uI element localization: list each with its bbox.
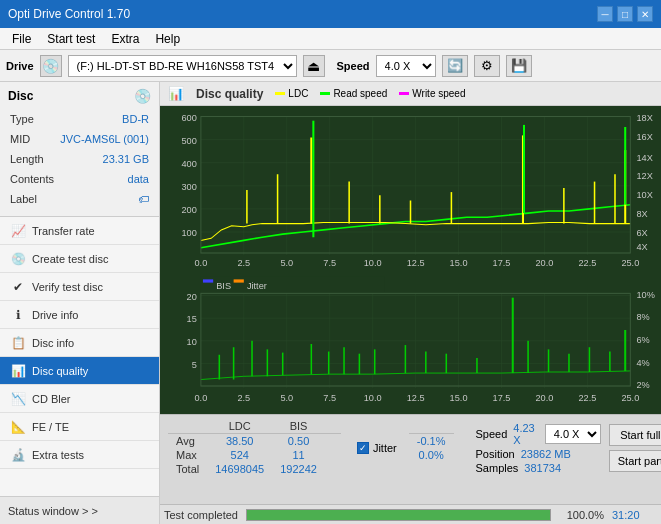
menu-extra[interactable]: Extra [103,30,147,48]
jitter-checkbox[interactable]: ✓ [357,442,369,454]
position-row: Position 23862 MB [476,448,601,460]
sidebar-item-disc-quality[interactable]: 📊 Disc quality [0,357,159,385]
drive-select[interactable]: (F:) HL-DT-ST BD-RE WH16NS58 TST4 [68,55,297,77]
type-label: Type [10,110,55,128]
transfer-rate-label: Transfer rate [32,225,95,237]
eject-button[interactable]: ⏏ [303,55,325,77]
jitter-avg-row: -0.1% [409,434,454,449]
stats-row: LDC BIS Avg 38.50 0.50 Max [168,419,653,476]
sidebar-item-verify-test-disc[interactable]: ✔ Verify test disc [0,273,159,301]
settings-button[interactable]: ⚙ [474,55,500,77]
ldc-color [275,92,285,95]
col-header-bis: BIS [272,419,325,434]
svg-text:500: 500 [181,136,196,146]
max-bis: 11 [272,448,325,462]
jitter-max-val: 0.0% [409,448,454,462]
window-controls: ─ □ ✕ [597,6,653,22]
ldc-legend-label: LDC [288,88,308,99]
speed-label-text: Speed [476,428,508,440]
type-value: BD-R [57,110,149,128]
extra-tests-icon: 🔬 [10,447,26,463]
drive-info-icon: ℹ [10,307,26,323]
maximize-button[interactable]: □ [617,6,633,22]
svg-text:10.0: 10.0 [364,392,382,403]
verify-test-disc-icon: ✔ [10,279,26,295]
label-label: Label [10,190,55,208]
fe-te-icon: 📐 [10,419,26,435]
disc-label-row: Label 🏷 [10,190,149,208]
samples-row: Samples 381734 [476,462,601,474]
status-window[interactable]: Status window > > [0,496,159,524]
svg-rect-0 [160,106,661,274]
speed-label: Speed [337,60,370,72]
drive-info-label: Drive info [32,309,78,321]
disc-mid-row: MID JVC-AMS6L (001) [10,130,149,148]
speed-select-stats[interactable]: 4.0 X [545,424,601,444]
drive-bar: Drive 💿 (F:) HL-DT-ST BD-RE WH16NS58 TST… [0,50,661,82]
sidebar-item-drive-info[interactable]: ℹ Drive info [0,301,159,329]
speed-row: Speed 4.23 X 4.0 X [476,422,601,446]
refresh-button[interactable]: 🔄 [442,55,468,77]
svg-text:8%: 8% [636,311,650,322]
content-area: 📊 Disc quality LDC Read speed Write spee… [160,82,661,524]
speed-info: Speed 4.23 X 4.0 X Position 23862 MB Sam… [476,422,601,474]
start-full-button[interactable]: Start full [609,424,661,446]
menu-help[interactable]: Help [147,30,188,48]
svg-rect-60 [203,279,213,282]
max-ldc: 524 [207,448,272,462]
legend-write-speed: Write speed [399,88,465,99]
title-bar: Opti Drive Control 1.70 ─ □ ✕ [0,0,661,28]
svg-text:20: 20 [187,291,197,302]
speed-select[interactable]: 4.0 X [376,55,436,77]
svg-text:5: 5 [192,358,197,369]
transfer-rate-icon: 📈 [10,223,26,239]
svg-text:22.5: 22.5 [578,257,596,267]
start-part-button[interactable]: Start part [609,450,661,472]
svg-text:12.5: 12.5 [407,257,425,267]
cd-bler-icon: 📉 [10,391,26,407]
chart-header: 📊 Disc quality LDC Read speed Write spee… [160,82,661,106]
svg-text:22.5: 22.5 [578,392,596,403]
avg-ldc: 38.50 [207,434,272,449]
read-speed-color [320,92,330,95]
samples-value: 381734 [524,462,561,474]
svg-text:0.0: 0.0 [195,257,208,267]
chart-title: Disc quality [196,87,263,101]
svg-text:15.0: 15.0 [450,392,468,403]
disc-length-row: Length 23.31 GB [10,150,149,168]
minimize-button[interactable]: ─ [597,6,613,22]
sidebar-item-extra-tests[interactable]: 🔬 Extra tests [0,441,159,469]
jitter-section: ✓ Jitter [357,442,397,454]
avg-label: Avg [168,434,207,449]
sidebar-item-cd-bler[interactable]: 📉 CD Bler [0,385,159,413]
sidebar-item-fe-te[interactable]: 📐 FE / TE [0,413,159,441]
svg-text:100: 100 [181,228,196,238]
menu-file[interactable]: File [4,30,39,48]
svg-text:10X: 10X [636,190,653,200]
svg-text:Jitter: Jitter [247,280,267,291]
contents-label: Contents [10,170,55,188]
sidebar-item-create-test-disc[interactable]: 💿 Create test disc [0,245,159,273]
disc-info-icon: 📋 [10,335,26,351]
sidebar-item-transfer-rate[interactable]: 📈 Transfer rate [0,217,159,245]
stats-avg-row: Avg 38.50 0.50 [168,434,341,449]
lower-chart-svg: BIS Jitter [160,274,661,414]
fe-te-label: FE / TE [32,421,69,433]
samples-label: Samples [476,462,519,474]
contents-value: data [57,170,149,188]
svg-text:0.0: 0.0 [195,392,208,403]
svg-text:600: 600 [181,113,196,123]
extra-tests-label: Extra tests [32,449,84,461]
close-button[interactable]: ✕ [637,6,653,22]
jitter-total-row [409,462,454,464]
menu-start-test[interactable]: Start test [39,30,103,48]
mid-label: MID [10,130,55,148]
save-button[interactable]: 💾 [506,55,532,77]
svg-text:17.5: 17.5 [493,257,511,267]
sidebar-item-disc-info[interactable]: 📋 Disc info [0,329,159,357]
svg-text:5.0: 5.0 [280,392,293,403]
nav-items: 📈 Transfer rate 💿 Create test disc ✔ Ver… [0,217,159,496]
total-label: Total [168,462,207,476]
progress-bar-fill [247,510,550,520]
svg-text:400: 400 [181,159,196,169]
